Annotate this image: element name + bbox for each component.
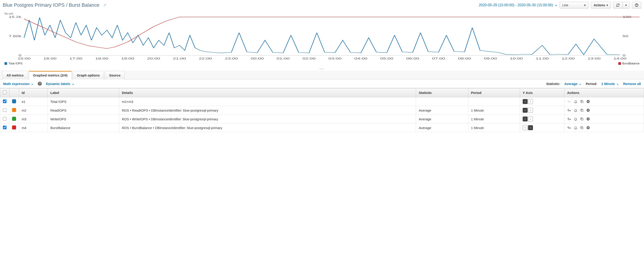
pulse-icon[interactable] xyxy=(567,126,571,129)
alarm-icon[interactable] xyxy=(574,126,578,129)
svg-rect-37 xyxy=(581,118,583,120)
row-id: m4 xyxy=(19,123,48,132)
row-statistic[interactable]: Average xyxy=(416,123,468,132)
row-label[interactable]: WriteIOPS xyxy=(48,115,119,123)
remove-icon[interactable] xyxy=(586,100,590,103)
table-header-row: Id Label Details Statistic Period Y Axis… xyxy=(0,88,644,97)
row-statistic[interactable]: Average xyxy=(416,115,468,123)
tab-source[interactable]: Source xyxy=(105,71,125,79)
row-label[interactable]: ReadIOPS xyxy=(48,106,119,115)
pulse-icon[interactable] xyxy=(567,100,571,103)
legend-item-burst-balance[interactable]: BurstBalance xyxy=(618,62,640,65)
row-label[interactable]: BurstBalance xyxy=(48,123,119,132)
table-row: m3WriteIOPSRDS • WriteIOPS • DBInstanceI… xyxy=(0,115,644,123)
remove-icon[interactable] xyxy=(586,126,590,129)
actions-button[interactable]: Actions ▾ xyxy=(591,2,611,9)
row-visibility-checkbox[interactable] xyxy=(3,117,6,121)
duplicate-icon[interactable] xyxy=(580,108,584,112)
row-details: RDS • WriteIOPS • DBInstanceIdentifier: … xyxy=(119,115,416,123)
yaxis-right-button[interactable]: › xyxy=(528,117,533,121)
refresh-options-button[interactable]: ▾ xyxy=(622,2,630,9)
yaxis-right-button[interactable]: › xyxy=(528,108,533,113)
table-row: m2ReadIOPSRDS • ReadIOPS • DBInstanceIde… xyxy=(0,106,644,115)
remove-icon[interactable] xyxy=(586,108,590,112)
row-details: m2+m3 xyxy=(119,97,416,106)
row-yaxis: ‹› xyxy=(520,106,564,115)
math-expression-help-icon[interactable]: ? xyxy=(38,82,42,86)
row-statistic[interactable]: Average xyxy=(416,106,468,115)
row-period[interactable]: 1 Minute xyxy=(468,123,520,132)
yaxis-right-button[interactable]: › xyxy=(528,99,533,104)
caret-down-icon: ▾ xyxy=(584,3,586,7)
svg-text:17:00: 17:00 xyxy=(69,57,82,60)
duplicate-icon[interactable] xyxy=(580,117,584,121)
edit-title-icon[interactable] xyxy=(104,3,106,7)
pulse-icon[interactable] xyxy=(567,109,571,112)
chart-type-select[interactable]: Line ▾ xyxy=(560,2,588,9)
yaxis-left-button[interactable]: ‹ xyxy=(523,117,528,121)
metrics-chart[interactable]: 07.60k15.2k05010015:0016:0017:0018:0019:… xyxy=(4,16,640,60)
statistic-value: Average xyxy=(564,82,578,86)
svg-text:01:00: 01:00 xyxy=(277,57,290,60)
row-visibility-checkbox[interactable] xyxy=(3,100,6,103)
tab-graphed-metrics[interactable]: Graphed metrics (2/4) xyxy=(29,71,72,79)
refresh-group: ▾ xyxy=(613,2,630,9)
remove-icon[interactable] xyxy=(586,117,590,121)
alarm-icon[interactable] xyxy=(574,100,578,103)
select-all-header xyxy=(0,88,10,97)
alarm-icon[interactable] xyxy=(574,117,578,121)
svg-text:20:00: 20:00 xyxy=(147,57,160,60)
svg-text:15.2k: 15.2k xyxy=(9,16,22,19)
svg-rect-35 xyxy=(581,110,583,111)
svg-text:11:00: 11:00 xyxy=(536,57,548,60)
tab-graph-options[interactable]: Graph options xyxy=(72,71,104,79)
row-label[interactable]: Total IOPS xyxy=(48,97,119,106)
statistic-select[interactable]: Average ⌄ xyxy=(564,82,582,86)
row-actions-cell xyxy=(564,106,644,115)
duplicate-icon[interactable] xyxy=(580,100,584,103)
row-color-swatch[interactable] xyxy=(12,108,16,112)
row-color-swatch[interactable] xyxy=(12,117,16,121)
statistic-header: Statistic xyxy=(416,88,468,97)
yaxis-left-button[interactable]: ‹ xyxy=(523,125,528,130)
yaxis-left-button[interactable]: ‹ xyxy=(523,108,528,113)
alarm-icon[interactable] xyxy=(574,108,578,112)
dynamic-labels-label: Dynamic labels xyxy=(46,82,70,86)
period-select[interactable]: 1 Minute ⌄ xyxy=(601,82,619,86)
math-expression-button[interactable]: Math expression ⌄ xyxy=(3,82,34,86)
row-yaxis: ‹› xyxy=(520,123,564,132)
refresh-button[interactable] xyxy=(613,2,622,9)
duplicate-icon[interactable] xyxy=(580,126,584,129)
legend-item-total-iops[interactable]: Total IOPS xyxy=(4,62,22,65)
page-title: Blue Postgres Primary IOPS / Burst Balan… xyxy=(3,2,100,8)
time-range-picker[interactable]: 2020-05-29 (15:00:00) - 2020-05-30 (15:0… xyxy=(479,3,557,7)
yaxis-left-button[interactable]: ‹ xyxy=(523,99,528,104)
resize-handle[interactable]: •••• xyxy=(0,67,644,71)
row-color-swatch[interactable] xyxy=(12,125,16,129)
svg-text:06:00: 06:00 xyxy=(406,57,419,60)
remove-all-button[interactable]: Remove all xyxy=(623,82,641,86)
row-period[interactable]: 1 Minute xyxy=(468,106,520,115)
row-period[interactable] xyxy=(468,97,520,106)
row-actions-cell xyxy=(564,123,644,132)
legend-swatch xyxy=(4,62,7,65)
svg-text:03:00: 03:00 xyxy=(328,57,342,60)
svg-text:0: 0 xyxy=(18,54,22,57)
svg-rect-39 xyxy=(581,127,583,129)
row-visibility-checkbox[interactable] xyxy=(3,108,6,112)
chevron-down-icon: ⌄ xyxy=(579,82,582,86)
row-visibility-checkbox[interactable] xyxy=(3,126,6,129)
tab-all-metrics[interactable]: All metrics xyxy=(2,71,28,79)
row-statistic[interactable] xyxy=(416,97,468,106)
details-header: Details xyxy=(119,88,416,97)
yaxis-right-button[interactable]: › xyxy=(528,125,533,130)
row-color-swatch[interactable] xyxy=(12,99,16,103)
pulse-icon[interactable] xyxy=(567,117,571,121)
select-all-checkbox[interactable] xyxy=(3,91,6,94)
header-bar: Blue Postgres Primary IOPS / Burst Balan… xyxy=(0,0,644,10)
help-button[interactable] xyxy=(632,2,641,9)
dynamic-labels-button[interactable]: Dynamic labels ⌄ xyxy=(46,82,74,86)
actions-header: Actions xyxy=(564,88,644,97)
row-period[interactable]: 1 Minute xyxy=(468,115,520,123)
y-axis-unit-label: No unit xyxy=(4,12,640,15)
